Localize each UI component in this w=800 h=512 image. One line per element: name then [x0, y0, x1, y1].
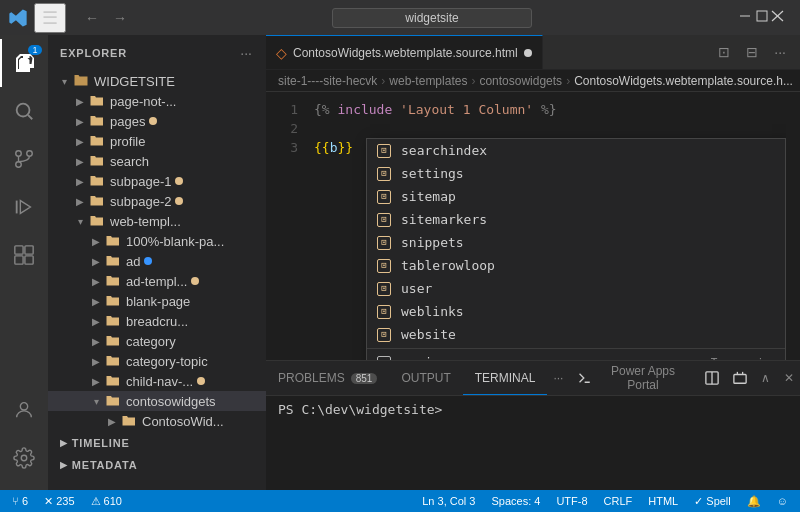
- back-button[interactable]: ←: [80, 8, 104, 28]
- status-branch[interactable]: ⑂ 6: [8, 495, 32, 507]
- svg-point-8: [16, 162, 22, 168]
- editor-scrollbar[interactable]: [786, 92, 800, 360]
- folder-icon: [88, 113, 106, 129]
- tree-item-category[interactable]: ▶ category: [48, 331, 266, 351]
- status-spell[interactable]: ✓ Spell: [690, 495, 735, 508]
- status-encoding[interactable]: UTF-8: [552, 495, 591, 507]
- ac-label: tablerowloop: [401, 256, 777, 275]
- status-feedback[interactable]: ☺: [773, 495, 792, 507]
- activity-search[interactable]: [0, 87, 48, 135]
- sep3: ›: [566, 74, 570, 88]
- forward-button[interactable]: →: [108, 8, 132, 28]
- metadata-section[interactable]: ▶ METADATA: [48, 453, 266, 475]
- root-arrow: ▾: [56, 76, 72, 87]
- label: blank-page: [126, 294, 190, 309]
- arrow: ▶: [88, 356, 104, 367]
- folder-icon: [120, 413, 138, 429]
- tree-item-contosowidgets[interactable]: ▾ contosowidgets: [48, 391, 266, 411]
- status-language[interactable]: HTML: [644, 495, 682, 507]
- label: ad-templ...: [126, 274, 187, 289]
- tree-item-ad[interactable]: ▶ ad: [48, 251, 266, 271]
- ac-item-user[interactable]: ⊡ user: [367, 277, 785, 300]
- tree-item-breadcru[interactable]: ▶ breadcru...: [48, 311, 266, 331]
- ac-item-website[interactable]: ⊡ website: [367, 323, 785, 346]
- activity-settings[interactable]: [0, 434, 48, 482]
- ac-item-sitemap[interactable]: ⊡ sitemap: [367, 185, 785, 208]
- new-terminal-button[interactable]: Power Apps Portal: [571, 360, 697, 396]
- tree-item-childnav[interactable]: ▶ child-nav-...: [48, 371, 266, 391]
- ac-item-settings[interactable]: ⊡ settings: [367, 162, 785, 185]
- tree-item-search[interactable]: ▶ search: [48, 151, 266, 171]
- timeline-section[interactable]: ▶ TIMELINE: [48, 431, 266, 453]
- activity-accounts[interactable]: [0, 386, 48, 434]
- split-terminal-button[interactable]: [699, 367, 725, 389]
- tab-terminal[interactable]: TERMINAL: [463, 361, 548, 395]
- keyword-include: include: [337, 100, 392, 119]
- kill-terminal-button[interactable]: [727, 367, 753, 389]
- split-editor-button[interactable]: ⊟: [740, 40, 764, 64]
- search-input[interactable]: [332, 8, 532, 28]
- editor-tab-active[interactable]: ◇ ContosoWidgets.webtemplate.source.html: [266, 35, 543, 69]
- sidebar-more-button[interactable]: ···: [238, 43, 254, 63]
- activity-extensions[interactable]: [0, 231, 48, 279]
- status-line-ending[interactable]: CRLF: [600, 495, 637, 507]
- tree-item-page-not[interactable]: ▶ page-not-...: [48, 91, 266, 111]
- tree-item-subpage2[interactable]: ▶ subpage-2: [48, 191, 266, 211]
- more-actions-button[interactable]: ···: [768, 40, 792, 64]
- status-position[interactable]: Ln 3, Col 3: [418, 495, 479, 507]
- tree-item-categorytopic[interactable]: ▶ category-topic: [48, 351, 266, 371]
- breadcrumb-file[interactable]: ContosoWidgets.webtemplate.source.h...: [574, 74, 793, 88]
- ac-item-snippets[interactable]: ⊡ snippets: [367, 231, 785, 254]
- tree-item-pages[interactable]: ▶ pages: [48, 111, 266, 131]
- ac-item-assign[interactable]: assign Tag assign: [367, 351, 785, 360]
- sidebar: EXPLORER ··· ▾ WIDGETSITE ▶ page-not-...: [48, 35, 266, 490]
- open-editors-button[interactable]: ⊡: [712, 40, 736, 64]
- breadcrumb-web-templates[interactable]: web-templates: [389, 74, 467, 88]
- tree-item-100blank[interactable]: ▶ 100%-blank-pa...: [48, 231, 266, 251]
- status-errors[interactable]: ✕ 235: [40, 495, 78, 508]
- breadcrumb-contosowidgets[interactable]: contosowidgets: [479, 74, 562, 88]
- label: web-templ...: [110, 214, 181, 229]
- tree-item-profile[interactable]: ▶ profile: [48, 131, 266, 151]
- ac-item-sitemarkers[interactable]: ⊡ sitemarkers: [367, 208, 785, 231]
- maximize-panel-button[interactable]: ∧: [755, 367, 776, 389]
- ac-snippet-icon: ⊡: [375, 303, 393, 321]
- breadcrumb-site[interactable]: site-1----site-hecvk: [278, 74, 377, 88]
- ac-label: assign: [401, 353, 703, 360]
- ac-label: sitemarkers: [401, 210, 777, 229]
- close-panel-button[interactable]: ✕: [778, 367, 800, 389]
- activity-explorer[interactable]: 1: [0, 39, 48, 87]
- ac-item-searchindex[interactable]: ⊡ searchindex: [367, 139, 785, 162]
- tree-item-contosowid[interactable]: ▶ ContosoWid...: [48, 411, 266, 431]
- menu-button[interactable]: ☰: [34, 3, 66, 33]
- terminal-label: TERMINAL: [475, 371, 536, 385]
- breadcrumb: site-1----site-hecvk › web-templates › c…: [266, 70, 800, 92]
- tab-problems[interactable]: PROBLEMS 851: [266, 361, 389, 395]
- ac-snippet-icon: ⊡: [375, 142, 393, 160]
- activity-source-control[interactable]: [0, 135, 48, 183]
- tree-item-subpage1[interactable]: ▶ subpage-1: [48, 171, 266, 191]
- root-folder-icon: [72, 73, 90, 89]
- folder-icon: [104, 333, 122, 349]
- tree-item-adtempl[interactable]: ▶ ad-templ...: [48, 271, 266, 291]
- ac-item-tablerowloop[interactable]: ⊡ tablerowloop: [367, 254, 785, 277]
- tree-item-blankpage[interactable]: ▶ blank-page: [48, 291, 266, 311]
- terminal-content[interactable]: PS C:\dev\widgetsite>: [266, 396, 800, 490]
- tree-root[interactable]: ▾ WIDGETSITE: [48, 71, 266, 91]
- status-spaces[interactable]: Spaces: 4: [487, 495, 544, 507]
- sidebar-actions: ···: [238, 43, 254, 63]
- activity-run[interactable]: [0, 183, 48, 231]
- sidebar-title: EXPLORER: [60, 47, 127, 59]
- ac-item-weblinks[interactable]: ⊡ weblinks: [367, 300, 785, 323]
- timeline-label: TIMELINE: [72, 437, 130, 449]
- status-notifications[interactable]: 🔔: [743, 495, 765, 508]
- panel-more-button[interactable]: ···: [547, 367, 569, 389]
- arrow: ▾: [88, 396, 104, 407]
- ac-detail: Tag assign: [711, 353, 777, 360]
- tag-close: %}: [541, 100, 557, 119]
- tab-output[interactable]: OUTPUT: [389, 361, 462, 395]
- sep1: ›: [381, 74, 385, 88]
- tree-item-web-templ[interactable]: ▾ web-templ...: [48, 211, 266, 231]
- code-area[interactable]: {% include 'Layout 1 Column' %} {{b}} ⊡: [306, 92, 786, 360]
- status-warnings[interactable]: ⚠ 610: [87, 495, 126, 508]
